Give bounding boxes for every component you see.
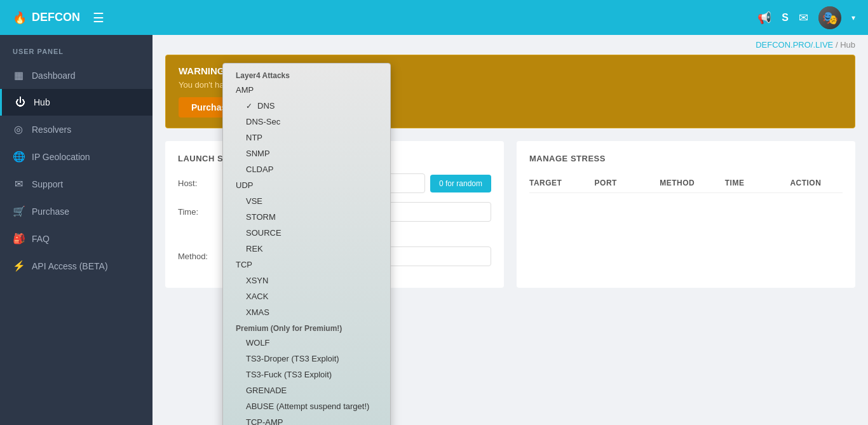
avatar[interactable]: 🎭 bbox=[818, 6, 841, 29]
dropdown-item-label: XMAS bbox=[246, 307, 269, 317]
col-port: Port bbox=[595, 179, 648, 187]
dropdown-item-label: STORM bbox=[246, 212, 276, 222]
dropdown-item-label: VSE bbox=[246, 196, 262, 206]
sidebar: USER PANEL ▦ Dashboard ⏻ Hub ◎ Resolvers… bbox=[0, 35, 153, 425]
hamburger-menu[interactable]: ☰ bbox=[93, 10, 104, 25]
dropdown-item[interactable]: UDP bbox=[223, 177, 390, 193]
dropdown-item-label: TS3-Fuck (TS3 Exploit) bbox=[246, 370, 332, 379]
sidebar-item-purchase[interactable]: 🛒 Purchase bbox=[0, 198, 153, 225]
main-content: DEFCON.PRO/.LIVE / Hub WARNING You don't… bbox=[153, 35, 868, 425]
ipgeo-icon: 🌐 bbox=[13, 151, 24, 163]
sidebar-item-hub[interactable]: ⏻ Hub bbox=[0, 89, 153, 116]
dropdown-item-label: TS3-Droper (TS3 Exploit) bbox=[246, 354, 339, 363]
megaphone-icon[interactable]: 📢 bbox=[757, 11, 771, 25]
sidebar-label-faq: FAQ bbox=[32, 234, 50, 244]
col-target: Target bbox=[529, 179, 582, 187]
dropdown-item-label: NTP bbox=[246, 133, 262, 142]
dropdown-item[interactable]: XMAS bbox=[223, 304, 390, 320]
dropdown-item[interactable]: SNMP bbox=[223, 145, 390, 161]
checkmark-icon: ✓ bbox=[246, 102, 252, 111]
method-dropdown: Layer4 AttacksAMP✓DNSDNS-SecNTPSNMPCLDAP… bbox=[222, 63, 391, 425]
dropdown-item[interactable]: XACK bbox=[223, 288, 390, 304]
dropdown-item-label: TCP bbox=[236, 260, 252, 269]
dropdown-item[interactable]: ABUSE (Attempt suspend target!) bbox=[223, 398, 390, 414]
method-label: Method: bbox=[178, 252, 229, 261]
support-icon: ✉ bbox=[13, 178, 24, 190]
dropdown-item-label: DNS bbox=[257, 101, 275, 111]
col-time: Time bbox=[725, 179, 778, 187]
dropdown-item[interactable]: REK bbox=[223, 241, 390, 257]
dropdown-item[interactable]: SOURCE bbox=[223, 225, 390, 241]
dropdown-item-label: TCP-AMP bbox=[246, 417, 283, 425]
api-icon: ⚡ bbox=[13, 260, 24, 272]
dropdown-item[interactable]: TS3-Droper (TS3 Exploit) bbox=[223, 351, 390, 367]
dropdown-item-label: SNMP bbox=[246, 149, 270, 158]
sidebar-label-hub: Hub bbox=[34, 97, 50, 107]
table-header: Target Port Method Time Action bbox=[529, 173, 843, 193]
dropdown-item-label: GRENADE bbox=[246, 386, 287, 395]
sidebar-item-faq[interactable]: 🎒 FAQ bbox=[0, 225, 153, 252]
resolvers-icon: ◎ bbox=[13, 123, 24, 135]
dropdown-item[interactable]: STORM bbox=[223, 209, 390, 225]
dropdown-item-label: CLDAP bbox=[246, 165, 273, 174]
avatar-image: 🎭 bbox=[818, 6, 841, 29]
dropdown-item[interactable]: ✓DNS bbox=[223, 98, 390, 114]
dropdown-item-label: DNS-Sec bbox=[246, 117, 280, 126]
sidebar-item-resolvers[interactable]: ◎ Resolvers bbox=[0, 116, 153, 143]
mail-icon[interactable]: ✉ bbox=[799, 11, 808, 25]
purchase-icon: 🛒 bbox=[13, 205, 24, 217]
dropdown-item[interactable]: AMP bbox=[223, 82, 390, 98]
main-layout: USER PANEL ▦ Dashboard ⏻ Hub ◎ Resolvers… bbox=[0, 35, 868, 425]
random-button[interactable]: 0 for random bbox=[430, 175, 491, 192]
dropdown-item[interactable]: VSE bbox=[223, 193, 390, 209]
sidebar-label-api: API Access (BETA) bbox=[32, 261, 108, 271]
time-label: Time: bbox=[178, 207, 229, 217]
faq-icon: 🎒 bbox=[13, 233, 24, 245]
sidebar-label-ipgeo: IP Geolocation bbox=[32, 152, 90, 162]
dropdown-item[interactable]: WOLF bbox=[223, 335, 390, 351]
sidebar-label-support: Support bbox=[32, 179, 63, 189]
breadcrumb: DEFCON.PRO/.LIVE / Hub bbox=[153, 35, 868, 55]
sidebar-item-dashboard[interactable]: ▦ Dashboard bbox=[0, 62, 153, 89]
dropdown-item-label: AMP bbox=[236, 85, 254, 95]
sidebar-item-ipgeo[interactable]: 🌐 IP Geolocation bbox=[0, 143, 153, 170]
dropdown-item[interactable]: DNS-Sec bbox=[223, 114, 390, 130]
dropdown-item[interactable]: GRENADE bbox=[223, 382, 390, 398]
sidebar-section-label: USER PANEL bbox=[0, 48, 153, 62]
dropdown-item-label: XACK bbox=[246, 292, 268, 301]
dropdown-item[interactable]: TCP-AMP bbox=[223, 414, 390, 425]
manage-stress-title: MANAGE STRESS bbox=[529, 154, 843, 163]
col-action: Action bbox=[790, 179, 843, 187]
nav-right: 📢 S ✉ 🎭 ▾ bbox=[757, 6, 855, 29]
logo-text: DEFCON bbox=[32, 11, 80, 24]
sidebar-label-resolvers: Resolvers bbox=[32, 125, 71, 135]
dropdown-item-label: UDP bbox=[236, 180, 253, 190]
dropdown-item[interactable]: XSYN bbox=[223, 273, 390, 288]
breadcrumb-link[interactable]: DEFCON.PRO/.LIVE bbox=[756, 40, 833, 50]
logo: 🔥 DEFCON bbox=[13, 11, 80, 25]
sidebar-item-support[interactable]: ✉ Support bbox=[0, 170, 153, 198]
dropdown-group-label: Premium (Only for Premium!) bbox=[223, 320, 390, 335]
dropdown-scroll-area[interactable]: Layer4 AttacksAMP✓DNSDNS-SecNTPSNMPCLDAP… bbox=[223, 64, 390, 425]
dropdown-group-label: Layer4 Attacks bbox=[223, 67, 390, 82]
nav-left: 🔥 DEFCON ☰ bbox=[13, 10, 104, 25]
hub-icon: ⏻ bbox=[15, 97, 26, 108]
user-dropdown-arrow[interactable]: ▾ bbox=[851, 13, 855, 22]
dropdown-item[interactable]: NTP bbox=[223, 130, 390, 145]
dropdown-item-label: XSYN bbox=[246, 276, 268, 285]
dropdown-item-label: SOURCE bbox=[246, 228, 281, 238]
sidebar-item-api[interactable]: ⚡ API Access (BETA) bbox=[0, 252, 153, 280]
dropdown-item-label: WOLF bbox=[246, 338, 270, 347]
dropdown-item[interactable]: CLDAP bbox=[223, 161, 390, 177]
sidebar-label-dashboard: Dashboard bbox=[32, 71, 76, 81]
skype-icon[interactable]: S bbox=[782, 12, 789, 24]
host-label: Host: bbox=[178, 179, 229, 188]
logo-icon: 🔥 bbox=[13, 11, 27, 25]
dropdown-item-label: ABUSE (Attempt suspend target!) bbox=[246, 401, 369, 411]
dropdown-item-label: REK bbox=[246, 244, 263, 253]
top-navigation: 🔥 DEFCON ☰ 📢 S ✉ 🎭 ▾ bbox=[0, 0, 868, 35]
dropdown-item[interactable]: TS3-Fuck (TS3 Exploit) bbox=[223, 367, 390, 382]
col-method: Method bbox=[660, 179, 712, 187]
sidebar-label-purchase: Purchase bbox=[32, 206, 69, 217]
dropdown-item[interactable]: TCP bbox=[223, 257, 390, 273]
